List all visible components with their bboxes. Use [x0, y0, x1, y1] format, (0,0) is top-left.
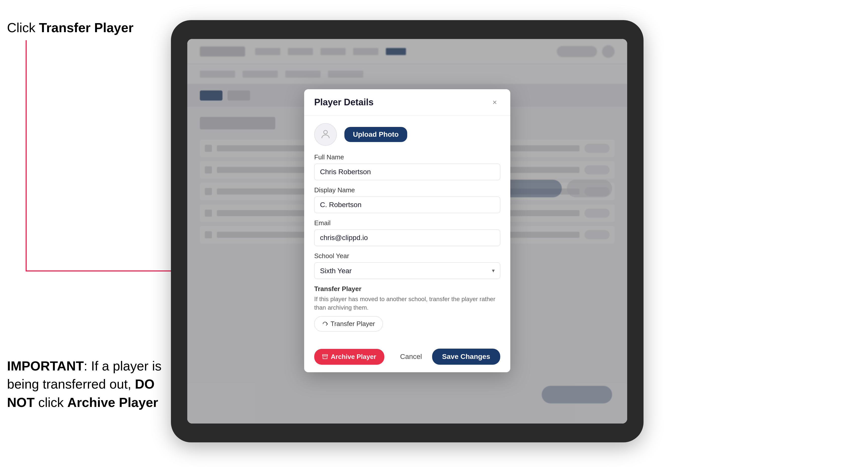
player-details-modal: Player Details × Upload Photo [304, 89, 510, 372]
instruction-archive: Archive Player [67, 395, 158, 410]
transfer-section-label: Transfer Player [314, 285, 500, 293]
transfer-player-button[interactable]: Transfer Player [314, 316, 383, 332]
instruction-top: Click Transfer Player [7, 20, 133, 35]
email-group: Email [314, 219, 500, 246]
save-changes-button[interactable]: Save Changes [432, 349, 500, 365]
instruction-bottom: IMPORTANT: If a player is being transfer… [7, 357, 163, 412]
archive-icon [322, 354, 328, 360]
school-year-group: School Year First Year Second Year Third… [314, 252, 500, 279]
display-name-label: Display Name [314, 186, 500, 194]
instruction-important: IMPORTANT [7, 359, 84, 373]
archive-player-button[interactable]: Archive Player [314, 349, 384, 365]
instruction-top-bold: Transfer Player [39, 20, 133, 35]
svg-point-0 [324, 130, 328, 134]
instruction-click: click [35, 395, 67, 410]
svg-rect-1 [322, 355, 328, 356]
school-year-select[interactable]: First Year Second Year Third Year Fourth… [314, 262, 500, 279]
transfer-section: Transfer Player If this player has moved… [314, 285, 500, 332]
avatar [314, 123, 337, 146]
upload-photo-button[interactable]: Upload Photo [344, 127, 407, 142]
archive-button-label: Archive Player [331, 353, 376, 361]
transfer-description: If this player has moved to another scho… [314, 295, 500, 312]
close-icon: × [492, 98, 497, 106]
modal-title: Player Details [314, 97, 374, 107]
display-name-input[interactable] [314, 196, 500, 213]
modal-body: Upload Photo Full Name Display Name Emai… [304, 116, 510, 344]
person-icon [320, 129, 331, 140]
school-year-label: School Year [314, 252, 500, 260]
tablet-screen: Player Details × Upload Photo [187, 39, 627, 424]
transfer-button-label: Transfer Player [331, 320, 375, 328]
arrow-vertical [26, 40, 27, 272]
full-name-input[interactable] [314, 164, 500, 180]
modal-header: Player Details × [304, 89, 510, 116]
cancel-button[interactable]: Cancel [395, 349, 427, 365]
instruction-top-text: Click [7, 20, 39, 35]
transfer-icon [322, 321, 328, 327]
display-name-group: Display Name [314, 186, 500, 213]
email-label: Email [314, 219, 500, 227]
tablet-device: Player Details × Upload Photo [171, 20, 644, 442]
full-name-label: Full Name [314, 153, 500, 161]
full-name-group: Full Name [314, 153, 500, 180]
email-input[interactable] [314, 229, 500, 246]
modal-close-button[interactable]: × [489, 97, 500, 108]
photo-section: Upload Photo [314, 123, 500, 146]
school-year-select-wrapper: First Year Second Year Third Year Fourth… [314, 262, 500, 279]
modal-footer: Archive Player Cancel Save Changes [304, 344, 510, 372]
